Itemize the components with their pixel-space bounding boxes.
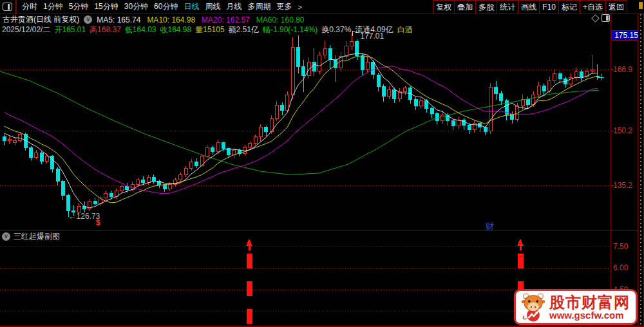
chevron-down-icon[interactable]: ∨	[2, 232, 10, 241]
menu-item-7[interactable]: 周线	[205, 1, 220, 12]
menu-item-10[interactable]: 更多	[276, 1, 292, 12]
ma-legend: MA5: 165.74MA10: 164.98MA20: 162.57MA60:…	[97, 15, 304, 24]
menu-item-4[interactable]: 30分钟	[124, 1, 148, 12]
toolbar-button-0[interactable]: 复权	[433, 1, 455, 14]
price-tick-label-0: 166.9	[613, 65, 639, 74]
event-mark: $	[96, 218, 100, 227]
strip-dots	[640, 14, 641, 326]
stock-title: 古井贡酒(日线 前复权)	[3, 14, 79, 25]
top-menu-bar: 分时1分钟5分钟15分钟30分钟60分钟日线周线月线多周期更多> 复权叠加多股统…	[0, 0, 644, 14]
toolbar-buttons: 复权叠加多股统计画线F10标记+自选返回	[433, 0, 627, 14]
more-arrow-icon[interactable]: >	[298, 3, 301, 11]
title-row: 古井贡酒(日线 前复权) ∨ MA5: 165.74MA10: 164.98MA…	[3, 15, 305, 24]
high-annotation: 177.01	[361, 32, 384, 41]
toolbar-button-2[interactable]: 多股	[476, 1, 497, 14]
toolbar-button-7[interactable]: +自选	[580, 1, 606, 14]
diamond-icon[interactable]	[591, 14, 600, 23]
scroll-corner-glyph[interactable]	[639, 2, 643, 9]
panel-toggle-icon[interactable]	[601, 14, 610, 22]
main-gridlines	[0, 70, 610, 185]
price-tick-mark-0	[611, 70, 614, 70]
toolbar-button-5[interactable]: F10	[540, 1, 559, 14]
candles	[3, 33, 599, 217]
menu-item-2[interactable]: 5分钟	[69, 1, 89, 12]
ma20-line	[5, 66, 598, 194]
toolbar-button-1[interactable]: 叠加	[455, 1, 476, 14]
menu-item-0[interactable]: 分时	[22, 1, 37, 12]
menu-item-1[interactable]: 1分钟	[43, 1, 63, 12]
candlestick-chart[interactable]: 177.01←126.73$	[0, 28, 610, 230]
cai-watermark-char: 财	[486, 221, 494, 232]
high-pointer	[353, 32, 359, 36]
menu-item-8[interactable]: 月线	[226, 1, 242, 12]
menu-item-3[interactable]: 15分钟	[94, 1, 118, 12]
sub-tick-label-0: 7.50	[613, 242, 639, 251]
ma-legend-2: MA20: 162.57	[202, 15, 250, 24]
sub-tick-label-1: 6.00	[613, 263, 639, 272]
chevron-down-icon[interactable]: ∨	[84, 15, 92, 24]
ma-legend-0: MA5: 165.74	[97, 15, 140, 24]
indicator-name: 三红起爆副图	[14, 231, 60, 242]
menu-item-6[interactable]: 日线	[184, 1, 199, 12]
ma-legend-1: MA10: 164.98	[147, 15, 195, 24]
watermark-site-url: www.gscfw.com	[549, 310, 630, 321]
signal-arrow	[246, 239, 252, 324]
bull-logo-icon	[518, 292, 548, 322]
trading-app-window: 分时1分钟5分钟15分钟30分钟60分钟日线周线月线多周期更多> 复权叠加多股统…	[0, 0, 644, 327]
axis-border-line	[611, 14, 611, 326]
toolbar-button-4[interactable]: 画线	[518, 1, 540, 14]
menu-separator	[15, 0, 17, 14]
price-tick-mark-1	[611, 131, 614, 131]
visible-high-price-badge: 175.15	[611, 30, 641, 41]
toolbar-button-3[interactable]: 统计	[497, 1, 518, 14]
ma60-line	[0, 71, 599, 174]
menu-item-9[interactable]: 多周期	[247, 1, 270, 12]
menu-item-5[interactable]: 60分钟	[154, 1, 178, 12]
toolbar-button-6[interactable]: 标记	[559, 1, 580, 14]
sidebar-toggle-icon[interactable]	[3, 3, 12, 11]
price-tick-label-1: 150.2	[613, 126, 639, 135]
price-tick-mark-2	[611, 185, 614, 186]
subchart-label-row: ∨ 三红起爆副图	[2, 231, 60, 242]
right-side-strip[interactable]	[638, 14, 643, 326]
site-watermark: 股市财富网 www.gscfw.com	[514, 289, 638, 325]
bottom-border-line	[0, 326, 644, 326]
ma-legend-3: MA60: 160.80	[256, 15, 305, 24]
price-tick-label-2: 135.2	[613, 181, 639, 190]
toolbar-button-8[interactable]: 返回	[606, 1, 627, 14]
watermark-site-name: 股市财富网	[549, 294, 630, 310]
period-nav: 分时1分钟5分钟15分钟30分钟60分钟日线周线月线多周期更多>	[22, 1, 302, 12]
ma10-line	[5, 56, 598, 203]
